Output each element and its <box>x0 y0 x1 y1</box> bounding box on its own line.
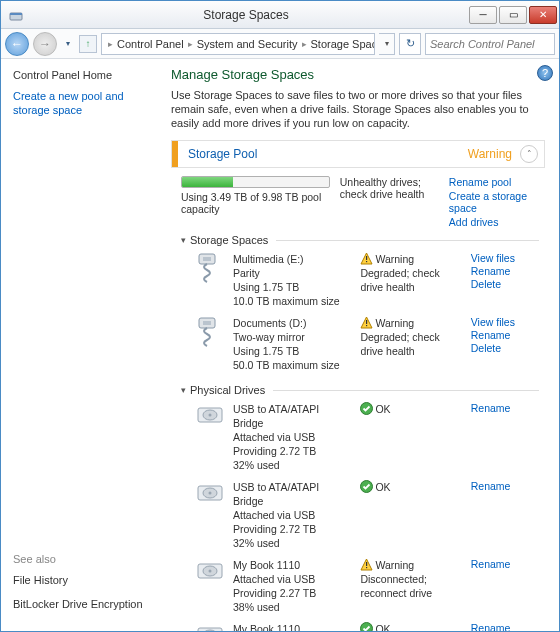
drive-used: 38% used <box>233 600 352 614</box>
refresh-button[interactable]: ↻ <box>399 33 421 55</box>
section-label: Storage Spaces <box>190 234 268 246</box>
drive-providing: Providing 2.27 TB <box>233 586 352 600</box>
breadcrumb-seg-3[interactable]: Storage Spaces <box>309 38 375 50</box>
forward-button[interactable]: → <box>33 32 57 56</box>
section-header-spaces[interactable]: ▾ Storage Spaces <box>181 234 539 246</box>
warning-icon <box>360 558 373 571</box>
warning-icon <box>360 316 373 329</box>
status-label: Warning <box>375 317 414 329</box>
svg-rect-7 <box>366 261 367 262</box>
physical-drive-item: My Book 1110Attached via USBProviding 2.… <box>181 620 539 631</box>
ok-icon <box>360 402 373 415</box>
rename-link[interactable]: Rename <box>471 265 539 277</box>
capacity-text: Using 3.49 TB of 9.98 TB pool capacity <box>181 191 330 215</box>
page-title: Manage Storage Spaces <box>171 67 545 82</box>
drive-used: 32% used <box>233 536 352 550</box>
breadcrumb[interactable]: ▸ Control Panel ▸ System and Security ▸ … <box>101 33 375 55</box>
svg-rect-26 <box>366 567 367 568</box>
status-label: OK <box>375 403 390 415</box>
ok-icon <box>360 480 373 493</box>
rename-pool-link[interactable]: Rename pool <box>449 176 539 188</box>
space-max: 10.0 TB maximum size <box>233 294 352 308</box>
ok-icon <box>360 622 373 631</box>
create-space-link[interactable]: Create a storage space <box>449 190 539 214</box>
pool-header: Storage Pool Warning ˄ <box>171 140 545 168</box>
add-drives-link[interactable]: Add drives <box>449 216 539 228</box>
chevron-right-icon: ▸ <box>300 39 309 49</box>
breadcrumb-seg-1[interactable]: Control Panel <box>115 38 186 50</box>
page-description: Use Storage Spaces to save files to two … <box>171 88 545 130</box>
search-input[interactable] <box>425 33 555 55</box>
sidebar-home-link[interactable]: Control Panel Home <box>13 69 159 81</box>
status-label: Warning <box>375 559 414 571</box>
chevron-down-icon: ▾ <box>181 385 186 395</box>
sidebar-create-pool-link[interactable]: Create a new pool and storage space <box>13 89 159 117</box>
see-also-label: See also <box>13 553 159 565</box>
help-icon[interactable]: ? <box>537 65 553 81</box>
section-label: Physical Drives <box>190 384 265 396</box>
main-content: ? Manage Storage Spaces Use Storage Spac… <box>171 59 559 631</box>
storage-space-icon <box>195 252 225 308</box>
svg-rect-6 <box>366 256 367 260</box>
svg-rect-11 <box>366 320 367 324</box>
chevron-right-icon: ▸ <box>106 39 115 49</box>
sidebar-file-history-link[interactable]: File History <box>13 573 159 587</box>
section-header-drives[interactable]: ▾ Physical Drives <box>181 384 539 396</box>
rename-link[interactable]: Rename <box>471 329 539 341</box>
svg-point-19 <box>209 492 212 495</box>
storage-space-item: Multimedia (E:)ParityUsing 1.75 TB10.0 T… <box>181 250 539 314</box>
storage-space-item: Documents (D:)Two-way mirrorUsing 1.75 T… <box>181 314 539 378</box>
capacity-bar-fill <box>182 177 233 187</box>
rename-link[interactable]: Rename <box>471 622 539 631</box>
chevron-down-icon: ▾ <box>181 235 186 245</box>
status-detail: Degraded; check drive health <box>360 330 462 358</box>
space-using: Using 1.75 TB <box>233 280 352 294</box>
nav-toolbar: ← → ▾ ↑ ▸ Control Panel ▸ System and Sec… <box>1 29 559 59</box>
view-files-link[interactable]: View files <box>471 252 539 264</box>
drive-icon <box>195 622 225 631</box>
svg-point-23 <box>209 570 212 573</box>
space-name: Documents (D:) <box>233 316 352 330</box>
delete-link[interactable]: Delete <box>471 278 539 290</box>
up-button[interactable]: ↑ <box>79 35 97 53</box>
space-type: Parity <box>233 266 352 280</box>
status-label: OK <box>375 481 390 493</box>
drive-used: 32% used <box>233 458 352 472</box>
status-label: Warning <box>375 253 414 265</box>
breadcrumb-dropdown[interactable]: ▾ <box>379 33 395 55</box>
space-using: Using 1.75 TB <box>233 344 352 358</box>
space-max: 50.0 TB maximum size <box>233 358 352 372</box>
window-title: Storage Spaces <box>25 8 467 22</box>
delete-link[interactable]: Delete <box>471 342 539 354</box>
app-icon <box>7 6 25 24</box>
pool-status: Warning <box>468 147 512 161</box>
space-type: Two-way mirror <box>233 330 352 344</box>
pool-name: Storage Pool <box>178 147 257 161</box>
view-files-link[interactable]: View files <box>471 316 539 328</box>
space-name: Multimedia (E:) <box>233 252 352 266</box>
back-button[interactable]: ← <box>5 32 29 56</box>
rename-link[interactable]: Rename <box>471 402 539 414</box>
drive-attach: Attached via USB <box>233 508 352 522</box>
capacity-bar <box>181 176 330 188</box>
minimize-button[interactable]: ─ <box>469 6 497 24</box>
history-dropdown[interactable]: ▾ <box>61 34 75 54</box>
maximize-button[interactable]: ▭ <box>499 6 527 24</box>
rename-link[interactable]: Rename <box>471 558 539 570</box>
rename-link[interactable]: Rename <box>471 480 539 492</box>
svg-rect-12 <box>366 325 367 326</box>
collapse-toggle[interactable]: ˄ <box>520 145 538 163</box>
window-titlebar: Storage Spaces ─ ▭ ✕ <box>1 1 559 29</box>
svg-rect-4 <box>203 257 211 261</box>
storage-space-icon <box>195 316 225 372</box>
drive-attach: Attached via USB <box>233 572 352 586</box>
svg-point-15 <box>209 414 212 417</box>
physical-drive-item: USB to ATA/ATAPI BridgeAttached via USBP… <box>181 478 539 556</box>
breadcrumb-seg-2[interactable]: System and Security <box>195 38 300 50</box>
drive-attach: Attached via USB <box>233 430 352 444</box>
drive-providing: Providing 2.72 TB <box>233 444 352 458</box>
close-button[interactable]: ✕ <box>529 6 557 24</box>
drive-name: My Book 1110 <box>233 558 352 572</box>
drive-icon <box>195 402 225 472</box>
sidebar-bitlocker-link[interactable]: BitLocker Drive Encryption <box>13 597 159 611</box>
